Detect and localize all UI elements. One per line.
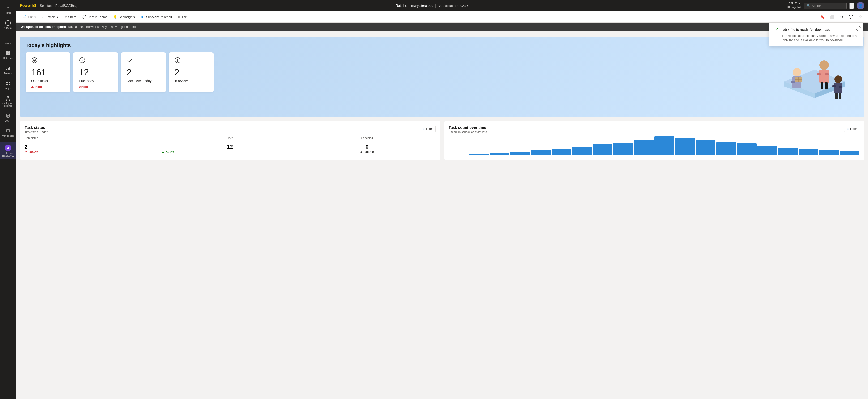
sidebar-item-metrics[interactable]: Metrics — [0, 62, 16, 78]
sidebar-item-datahub[interactable]: Data hub — [0, 47, 16, 62]
more-button[interactable]: ... — [191, 14, 198, 20]
search-box[interactable]: 🔍 Search — [804, 3, 846, 9]
chart-bar — [469, 154, 489, 155]
chart-bar — [510, 151, 530, 155]
insights-label: Get insights — [119, 15, 135, 19]
sidebar-item-solutions[interactable]: ◆ Solutions[RetailSOA...] — [0, 142, 16, 159]
sidebar-item-workspaces[interactable]: Workspaces — [0, 125, 16, 140]
main-content: Power BI Power BI Solutions [RetailSOATe… — [16, 0, 868, 399]
refresh-button[interactable]: ↺ — [838, 13, 845, 21]
toast-check-icon: ✓ — [774, 27, 779, 32]
topbar: Power BI Power BI Solutions [RetailSOATe… — [16, 0, 868, 11]
topbar-center: Retail summary store ops | Data updated … — [80, 4, 784, 7]
export-button[interactable]: ↔ Export ▾ — [39, 14, 61, 20]
svg-rect-3 — [6, 51, 8, 53]
sidebar-item-learn[interactable]: Learn — [0, 110, 16, 125]
sidebar-item-apps[interactable]: Apps — [0, 78, 16, 93]
svg-rect-2 — [6, 39, 10, 39]
toast-secondary-close[interactable]: ✕ — [858, 25, 861, 29]
subscribe-label: Subscribe to report — [146, 15, 172, 19]
toolbar-right-icons: 🔖 ⬜ ↺ 💬 ☆ — [819, 13, 864, 21]
report-name: Retail summary store ops — [396, 4, 433, 7]
sidebar-item-create[interactable]: + Create — [0, 17, 16, 32]
completed-today-card: 2 Completed today — [121, 52, 166, 92]
chart-bar — [531, 150, 551, 155]
home-icon: ⌂ — [5, 5, 11, 11]
task-status-filter-button[interactable]: ≡ Filter — [420, 125, 435, 132]
due-today-card: 12 Due today 0 high — [73, 52, 118, 92]
task-status-filter-label: Filter — [426, 127, 433, 131]
task-status-header: Task status Timeframe : Today ≡ Filter — [25, 125, 436, 134]
task-data-row: 2 ▼ -50.0% 12 ▲ 71.4% — [25, 142, 436, 155]
task-status-subtitle: Timeframe : Today — [25, 130, 48, 134]
chat-button[interactable]: 💬 Chat in Teams — [80, 14, 110, 20]
filter-icon: ≡ — [423, 127, 425, 131]
open-tasks-label: Open tasks — [31, 79, 65, 83]
toolbar: 📄 File ▾ ↔ Export ▾ ↗ Share 💬 Chat in Te… — [16, 11, 868, 23]
svg-rect-13 — [8, 84, 10, 85]
sidebar-divider — [3, 141, 13, 141]
chart-bar — [757, 146, 777, 155]
toast-close-button[interactable]: ✕ — [855, 27, 858, 32]
chart-bar — [840, 151, 860, 155]
completed-today-icon — [127, 57, 160, 65]
sidebar-item-home[interactable]: ⌂ Home — [0, 2, 16, 17]
file-chevron: ▾ — [34, 16, 36, 19]
report-area: Last updated 4/4/2023 12:30:05 PM UTC To… — [16, 31, 868, 399]
avatar[interactable]: 👤 — [857, 2, 864, 9]
topbar-more-button[interactable]: ··· — [849, 3, 854, 9]
create-icon: + — [5, 20, 11, 26]
bookmark-button[interactable]: 🔖 — [819, 13, 827, 21]
sidebar: ⌂ Home + Create Browse Data hub — [0, 0, 16, 399]
sidebar-apps-label: Apps — [5, 87, 11, 90]
insights-button[interactable]: 💡 Get insights — [111, 14, 137, 20]
chart-bar — [552, 148, 571, 155]
sidebar-browse-label: Browse — [4, 42, 12, 45]
sidebar-item-deployment[interactable]: Deploymentpipelines — [0, 93, 16, 110]
export-icon: ↔ — [41, 15, 45, 19]
task-count-filter-label: Filter — [850, 127, 857, 131]
search-icon: 🔍 — [807, 4, 810, 7]
svg-rect-7 — [6, 69, 7, 70]
svg-rect-12 — [6, 84, 7, 85]
chart-bar — [675, 138, 695, 155]
open-tasks-icon — [31, 57, 65, 65]
teams-icon: 💬 — [82, 15, 87, 19]
task-status-titles: Task status Timeframe : Today — [25, 125, 48, 134]
svg-rect-11 — [8, 82, 10, 83]
toast-title: .pbix file is ready for download — [782, 28, 853, 31]
favorite-button[interactable]: ☆ — [857, 13, 864, 21]
chart-bar — [716, 142, 736, 155]
task-count-filter-button[interactable]: ≡ Filter — [844, 125, 860, 132]
chart-bar — [819, 150, 839, 155]
file-button[interactable]: 📄 File ▾ — [20, 14, 38, 20]
task-count-header: Task count over time Based on scheduled … — [449, 125, 860, 134]
svg-point-34 — [177, 61, 178, 62]
share-label: Share — [68, 15, 76, 19]
fit-button[interactable]: ⬜ — [828, 13, 836, 21]
share-button[interactable]: ↗ Share — [62, 14, 79, 20]
due-today-sub: 0 high — [79, 85, 113, 88]
file-label: File — [28, 15, 33, 19]
toast-header: ✓ .pbix file is ready for download ✕ — [774, 27, 858, 32]
comments-button[interactable]: 💬 — [847, 13, 855, 21]
datahub-icon — [5, 50, 11, 56]
svg-rect-1 — [6, 38, 10, 38]
data-updated-chevron[interactable]: ▾ — [467, 4, 468, 7]
highlights-cards: 161 Open tasks 37 high 12 Due today — [26, 52, 859, 92]
subscribe-button[interactable]: 📧 Subscribe to report — [138, 14, 175, 20]
chart-bar — [613, 143, 633, 155]
toast-body: The report Retail summary store ops was … — [774, 34, 858, 42]
workspace-name: Solutions [RetailSOATest] — [40, 4, 77, 7]
edit-button[interactable]: ✏ Edit — [176, 14, 190, 20]
chart-bar — [799, 149, 818, 155]
sidebar-item-browse[interactable]: Browse — [0, 32, 16, 47]
task-count-titles: Task count over time Based on scheduled … — [449, 125, 487, 134]
solutions-icon: ◆ — [5, 144, 11, 151]
chart-bar — [593, 144, 613, 155]
topbar-separator: | — [435, 4, 436, 7]
task-count-panel: Task count over time Based on scheduled … — [444, 121, 864, 160]
chat-label: Chat in Teams — [88, 15, 107, 19]
apps-icon — [5, 81, 11, 86]
edit-icon: ✏ — [178, 15, 181, 19]
